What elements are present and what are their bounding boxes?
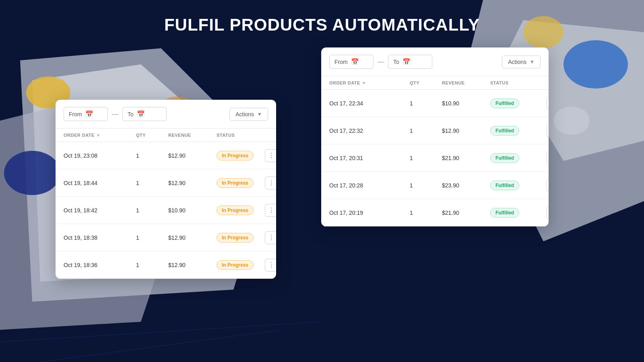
order-date-cell: Oct 17, 22:32 bbox=[329, 128, 410, 134]
right-from-calendar-icon: 📅 bbox=[351, 58, 359, 66]
left-from-label: From bbox=[69, 111, 82, 117]
revenue-cell: $10.90 bbox=[168, 207, 217, 214]
qty-cell: 1 bbox=[410, 155, 442, 161]
row-menu-cell: ⋮ bbox=[547, 179, 549, 192]
table-row: Oct 17, 22:32 1 $12.90 Fulfilled ⋮ bbox=[321, 117, 549, 144]
left-to-calendar-icon: 📅 bbox=[137, 110, 145, 118]
row-menu-cell: ⋮ bbox=[547, 152, 549, 165]
status-cell: Fulfilled bbox=[490, 126, 547, 136]
row-menu-cell: ⋮ bbox=[265, 231, 276, 244]
qty-cell: 1 bbox=[410, 182, 442, 189]
right-col-qty: QTY bbox=[410, 80, 442, 85]
row-menu-cell: ⋮ bbox=[265, 204, 276, 217]
qty-cell: 1 bbox=[410, 128, 442, 134]
page-title: FULFIL PRODUCTS AUTOMATICALLY bbox=[164, 15, 480, 35]
revenue-cell: $12.90 bbox=[168, 234, 217, 241]
status-badge: Fulfilled bbox=[490, 99, 519, 108]
left-to-date[interactable]: To 📅 bbox=[122, 107, 167, 121]
order-date-cell: Oct 17, 20:28 bbox=[329, 182, 410, 189]
order-date-cell: Oct 19, 18:42 bbox=[64, 207, 136, 214]
svg-point-10 bbox=[564, 40, 628, 88]
row-menu-cell: ⋮ bbox=[547, 124, 549, 137]
left-from-date[interactable]: From 📅 bbox=[64, 107, 108, 121]
qty-cell: 1 bbox=[136, 152, 168, 159]
row-menu-button[interactable]: ⋮ bbox=[547, 206, 549, 219]
status-badge: In Progress bbox=[217, 206, 254, 215]
order-date-cell: Oct 19, 23:08 bbox=[64, 152, 136, 159]
right-actions-label: Actions bbox=[508, 59, 526, 65]
row-menu-cell: ⋮ bbox=[547, 206, 549, 219]
table-row: Oct 19, 23:08 1 $12.90 In Progress ⋮ bbox=[56, 142, 276, 169]
row-menu-button[interactable]: ⋮ bbox=[265, 259, 276, 272]
status-badge: Fulfilled bbox=[490, 126, 519, 136]
right-sort-icon: ▼ bbox=[362, 81, 366, 85]
revenue-cell: $23.90 bbox=[442, 182, 490, 189]
status-cell: Fulfilled bbox=[490, 153, 547, 163]
revenue-cell: $12.90 bbox=[168, 262, 217, 268]
revenue-cell: $10.90 bbox=[442, 100, 490, 107]
status-cell: In Progress bbox=[217, 260, 265, 270]
left-sort-icon: ▼ bbox=[96, 133, 100, 138]
row-menu-cell: ⋮ bbox=[265, 149, 276, 162]
right-filter-bar: From 📅 — To 📅 Actions ▼ bbox=[321, 47, 549, 76]
qty-cell: 1 bbox=[410, 210, 442, 216]
table-row: Oct 19, 18:42 1 $10.90 In Progress ⋮ bbox=[56, 197, 276, 224]
row-menu-button[interactable]: ⋮ bbox=[265, 204, 276, 217]
row-menu-button[interactable]: ⋮ bbox=[265, 177, 276, 189]
status-badge: In Progress bbox=[217, 260, 254, 270]
left-actions-chevron-icon: ▼ bbox=[257, 111, 262, 117]
left-from-calendar-icon: 📅 bbox=[85, 110, 93, 118]
revenue-cell: $12.90 bbox=[168, 152, 217, 159]
table-row: Oct 19, 18:38 1 $12.90 In Progress ⋮ bbox=[56, 224, 276, 251]
right-col-order-date[interactable]: ORDER DATE ▼ bbox=[329, 80, 410, 85]
left-filter-bar: From 📅 — To 📅 Actions ▼ bbox=[56, 100, 276, 129]
right-to-calendar-icon: 📅 bbox=[402, 58, 411, 66]
row-menu-button[interactable]: ⋮ bbox=[547, 179, 549, 192]
left-actions-label: Actions bbox=[235, 111, 254, 117]
status-badge: In Progress bbox=[217, 151, 254, 160]
order-date-cell: Oct 17, 20:19 bbox=[329, 210, 410, 216]
right-to-label: To bbox=[393, 59, 399, 65]
table-row: Oct 19, 18:36 1 $12.90 In Progress ⋮ bbox=[56, 251, 276, 279]
status-cell: In Progress bbox=[217, 151, 265, 160]
revenue-cell: $12.90 bbox=[442, 128, 490, 134]
row-menu-button[interactable]: ⋮ bbox=[547, 97, 549, 110]
row-menu-cell: ⋮ bbox=[547, 97, 549, 110]
left-to-label: To bbox=[128, 111, 134, 117]
revenue-cell: $21.90 bbox=[442, 210, 490, 216]
right-table-body: Oct 17, 22:34 1 $10.90 Fulfilled ⋮ Oct 1… bbox=[321, 90, 549, 226]
right-from-date[interactable]: From 📅 bbox=[329, 55, 374, 69]
left-col-revenue: REVENUE bbox=[168, 133, 217, 138]
table-row: Oct 19, 18:44 1 $12.90 In Progress ⋮ bbox=[56, 169, 276, 197]
right-to-date[interactable]: To 📅 bbox=[388, 55, 432, 69]
qty-cell: 1 bbox=[136, 207, 168, 214]
left-col-qty: QTY bbox=[136, 133, 168, 138]
right-actions-button[interactable]: Actions ▼ bbox=[502, 56, 541, 68]
left-col-order-date[interactable]: ORDER DATE ▼ bbox=[64, 133, 136, 138]
svg-point-12 bbox=[553, 107, 590, 135]
table-row: Oct 17, 22:34 1 $10.90 Fulfilled ⋮ bbox=[321, 90, 549, 117]
order-date-cell: Oct 19, 18:44 bbox=[64, 180, 136, 186]
row-menu-cell: ⋮ bbox=[265, 259, 276, 272]
status-cell: Fulfilled bbox=[490, 208, 547, 218]
table-row: Oct 17, 20:19 1 $21.90 Fulfilled ⋮ bbox=[321, 199, 549, 226]
row-menu-button[interactable]: ⋮ bbox=[265, 231, 276, 244]
row-menu-cell: ⋮ bbox=[265, 177, 276, 189]
qty-cell: 1 bbox=[136, 180, 168, 186]
status-badge: In Progress bbox=[217, 233, 254, 243]
status-badge: Fulfilled bbox=[490, 208, 519, 218]
right-table-header: ORDER DATE ▼ QTY REVENUE STATUS bbox=[321, 76, 549, 90]
status-cell: Fulfilled bbox=[490, 99, 547, 108]
order-date-cell: Oct 17, 20:31 bbox=[329, 155, 410, 161]
revenue-cell: $12.90 bbox=[168, 180, 217, 186]
status-badge: Fulfilled bbox=[490, 153, 519, 163]
order-date-cell: Oct 19, 18:36 bbox=[64, 262, 136, 268]
row-menu-button[interactable]: ⋮ bbox=[265, 149, 276, 162]
row-menu-button[interactable]: ⋮ bbox=[547, 124, 549, 137]
order-date-cell: Oct 19, 18:38 bbox=[64, 234, 136, 241]
status-cell: In Progress bbox=[217, 233, 265, 243]
left-actions-button[interactable]: Actions ▼ bbox=[229, 108, 268, 121]
svg-point-4 bbox=[4, 151, 60, 195]
svg-line-14 bbox=[40, 330, 282, 362]
row-menu-button[interactable]: ⋮ bbox=[547, 152, 549, 165]
